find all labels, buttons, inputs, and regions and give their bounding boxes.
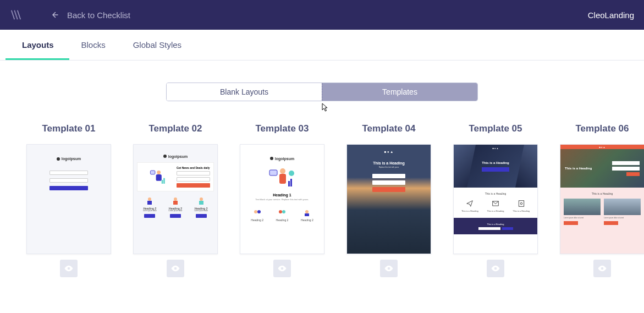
template-card: Template 01 logoipsum [26,123,111,277]
svg-rect-2 [150,171,155,174]
back-button[interactable]: Back to Checklist [49,10,130,20]
eye-icon [491,263,500,273]
thumb-logo: logoipsum [57,157,81,161]
svg-point-17 [254,210,257,213]
svg-point-0 [157,171,161,174]
preview-button[interactable] [60,260,78,277]
svg-point-12 [280,168,285,174]
template-thumbnail[interactable]: logoipsum Get News and Deals daily Headi… [133,144,218,254]
svg-rect-13 [279,174,286,184]
svg-rect-22 [305,213,309,216]
svg-rect-4 [163,178,165,183]
eye-icon [277,263,287,273]
eye-icon [384,263,394,273]
back-label: Back to Checklist [67,10,130,20]
svg-point-9 [200,197,203,201]
segment-templates[interactable]: Templates [322,83,477,101]
eye-icon [170,263,180,273]
template-card: Template 05 ■ ● ▲ This is a Heading This… [453,123,538,277]
svg-point-5 [148,197,151,201]
editor-tabs: Layouts Blocks Global Styles [0,30,644,61]
svg-rect-16 [290,179,292,186]
svg-rect-11 [269,170,277,175]
svg-rect-15 [288,181,290,186]
svg-point-18 [257,210,261,213]
svg-point-19 [279,210,282,213]
template-title: Template 05 [469,123,522,134]
svg-point-7 [174,197,177,201]
svg-rect-1 [156,174,161,180]
svg-rect-24 [519,201,524,207]
preview-button[interactable] [593,260,611,277]
template-title: Template 06 [575,123,629,134]
template-title: Template 02 [148,123,202,134]
template-title: Template 03 [255,123,309,134]
template-card: Template 02 logoipsum Get News and Deals… [133,123,218,277]
template-card: Template 03 logoipsum Heading 1 Text blo… [240,123,324,277]
svg-point-25 [520,202,522,205]
preview-button[interactable] [380,260,398,277]
eye-icon [64,263,74,273]
template-card: Template 06 ■ ● ▲ This is a Heading This… [560,123,644,277]
preview-button[interactable] [273,260,291,277]
template-title: Template 01 [42,123,95,134]
brand-name: CleoLanding [588,10,634,20]
svg-rect-10 [199,201,203,205]
layout-toggle: Blank Layouts Templates [0,83,644,101]
template-thumbnail[interactable]: ■ ● ▲ This is a Heading Replace this tex… [346,144,431,254]
segment-blank-layouts[interactable]: Blank Layouts [167,83,322,101]
template-thumbnail[interactable]: ■ ● ▲ This is a Heading This is a Headin… [560,144,644,254]
template-thumbnail[interactable]: logoipsum [26,144,111,254]
svg-point-14 [289,171,294,176]
template-card: Template 04 ■ ● ▲ This is a Heading Repl… [346,123,431,277]
svg-rect-3 [161,180,163,184]
svg-rect-6 [147,201,152,205]
top-bar: Back to Checklist CleoLanding [0,0,644,30]
template-thumbnail[interactable]: logoipsum Heading 1 Text block at your s… [240,144,324,254]
preview-button[interactable] [487,260,504,277]
svg-point-20 [282,210,285,213]
templates-grid: Template 01 logoipsum Template 02 logoip… [0,101,644,277]
preview-button[interactable] [167,260,184,277]
app-logo-icon [10,9,22,21]
svg-point-21 [305,210,309,213]
tab-blocks[interactable]: Blocks [81,30,106,59]
arrow-left-icon [49,10,59,20]
svg-rect-8 [173,201,178,205]
tab-layouts[interactable]: Layouts [22,30,54,59]
template-title: Template 04 [362,123,415,134]
eye-icon [597,263,607,273]
tab-global-styles[interactable]: Global Styles [133,30,181,59]
template-thumbnail[interactable]: ■ ● ▲ This is a Heading This is a Headin… [453,144,538,254]
